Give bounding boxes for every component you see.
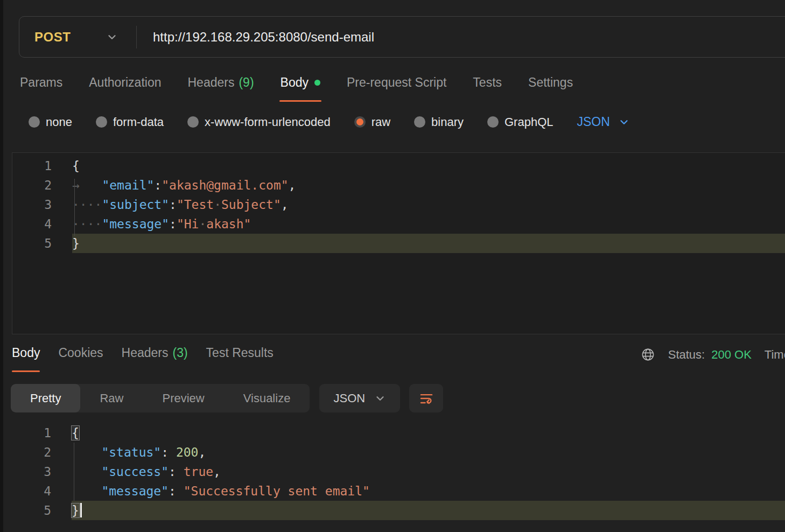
code-line[interactable]: 4 "message": "Successfully sent email" <box>12 481 785 501</box>
code-content[interactable]: ····"subject":"Test·Subject", <box>72 195 785 214</box>
code-token: · <box>199 217 206 231</box>
tab-authorization[interactable]: Authorization <box>89 75 161 108</box>
radio-icon <box>487 116 499 128</box>
radio-icon <box>414 116 425 128</box>
radio-icon <box>29 116 40 128</box>
tab-body[interactable]: Body <box>281 75 320 108</box>
code-line[interactable]: 5} <box>12 234 785 253</box>
response-tab-cookies[interactable]: Cookies <box>58 346 103 375</box>
code-token: "akash@gmail.com" <box>162 178 288 192</box>
code-token <box>72 465 101 479</box>
network-globe-icon[interactable] <box>641 347 655 362</box>
code-token: { <box>72 159 80 173</box>
time-label: Time: <box>765 348 785 362</box>
response-tab-test-results[interactable]: Test Results <box>206 346 274 375</box>
code-token: , <box>281 198 289 212</box>
tab-tests[interactable]: Tests <box>473 75 502 108</box>
code-line[interactable]: 3 "success": true, <box>12 462 785 481</box>
code-line[interactable]: 2 "status": 200, <box>12 443 785 462</box>
status-label: Status: <box>668 348 705 362</box>
radio-icon <box>187 116 199 128</box>
raw-language-selector[interactable]: JSON <box>577 115 630 129</box>
body-type-binary[interactable]: binary <box>414 115 464 129</box>
code-token: : <box>161 445 176 459</box>
body-modified-dot <box>314 80 320 86</box>
code-content[interactable]: } <box>72 501 785 520</box>
response-tab-headers[interactable]: Headers(3) <box>122 346 188 375</box>
code-content[interactable]: "message": "Successfully sent email" <box>72 481 785 501</box>
code-token: "success" <box>101 465 169 479</box>
code-token: : <box>169 465 184 479</box>
code-token <box>72 445 101 459</box>
code-token: → <box>72 178 102 192</box>
code-token: akash" <box>206 217 251 231</box>
code-content[interactable]: ····"message":"Hi·akash" <box>72 214 785 234</box>
code-line[interactable]: 3····"subject":"Test·Subject", <box>12 195 785 214</box>
indent-guide <box>74 443 74 501</box>
active-tab-underline <box>279 100 321 102</box>
code-content[interactable]: { <box>72 156 785 176</box>
line-number: 3 <box>12 462 51 481</box>
line-number: 1 <box>12 156 52 176</box>
view-tab-preview[interactable]: Preview <box>143 384 223 412</box>
code-token: "email" <box>102 178 154 192</box>
active-tab-underline <box>12 370 40 372</box>
body-type-none[interactable]: none <box>29 115 72 129</box>
response-headers-count-badge: (3) <box>172 346 187 360</box>
body-type-row: none form-data x-www-form-urlencoded raw… <box>29 115 630 129</box>
code-line[interactable]: 5} <box>12 501 785 520</box>
code-token: Subject" <box>221 198 281 212</box>
body-type-raw[interactable]: raw <box>354 115 390 129</box>
code-line[interactable]: 2→ "email":"akash@gmail.com", <box>12 176 785 195</box>
headers-count-badge: (9) <box>239 75 254 90</box>
method-label: POST <box>34 30 71 45</box>
code-content[interactable]: } <box>72 234 785 253</box>
line-number: 5 <box>12 234 52 253</box>
chevron-down-icon <box>374 393 386 404</box>
response-tab-body[interactable]: Body <box>12 346 40 375</box>
code-token: "message" <box>102 217 169 231</box>
code-content[interactable]: { <box>72 423 785 443</box>
code-line[interactable]: 1{ <box>12 423 785 443</box>
response-meta: Status: 200 OK Time: <box>641 347 785 362</box>
code-token: true <box>184 465 213 479</box>
request-url-bar: POST http://192.168.29.205:8080/send-ema… <box>19 16 785 58</box>
code-content[interactable]: "status": 200, <box>72 443 785 462</box>
code-token: : <box>169 198 177 212</box>
code-token <box>72 484 101 498</box>
request-body-editor[interactable]: 1{2→ "email":"akash@gmail.com",3····"sub… <box>12 152 785 334</box>
wrap-lines-button[interactable] <box>409 384 443 412</box>
body-type-graphql[interactable]: GraphQL <box>487 115 553 129</box>
indent-guide <box>74 179 75 236</box>
view-tab-pretty[interactable]: Pretty <box>11 384 80 412</box>
tab-settings[interactable]: Settings <box>528 75 573 108</box>
response-tabs: Body Cookies Headers(3) Test Results <box>12 346 274 375</box>
line-number: 1 <box>12 423 51 443</box>
code-content[interactable]: → "email":"akash@gmail.com", <box>72 176 785 195</box>
code-token: "Hi <box>177 217 199 231</box>
view-tab-raw[interactable]: Raw <box>80 384 143 412</box>
code-token: "message" <box>101 484 169 498</box>
tab-params[interactable]: Params <box>20 75 62 108</box>
tab-pre-request-script[interactable]: Pre-request Script <box>347 75 446 108</box>
body-type-x-www-form-urlencoded[interactable]: x-www-form-urlencoded <box>187 115 331 129</box>
body-type-form-data[interactable]: form-data <box>96 115 164 129</box>
view-tab-visualize[interactable]: Visualize <box>224 384 310 412</box>
response-language-selector[interactable]: JSON <box>319 384 400 412</box>
code-line[interactable]: 1{ <box>12 156 785 176</box>
code-token: "status" <box>101 445 161 459</box>
code-token: , <box>289 178 296 192</box>
method-selector[interactable]: POST <box>19 17 136 57</box>
url-input[interactable]: http://192.168.29.205:8080/send-email <box>153 30 374 45</box>
code-token: "Successfully sent email" <box>184 484 370 498</box>
text-cursor <box>80 503 82 517</box>
wrap-text-icon <box>418 390 434 407</box>
chevron-down-icon <box>618 116 630 128</box>
code-token: { <box>72 426 79 440</box>
tab-headers[interactable]: Headers(9) <box>188 75 254 108</box>
code-content[interactable]: "success": true, <box>72 462 785 481</box>
code-token: : <box>154 178 162 192</box>
response-body-editor[interactable]: 1{2 "status": 200,3 "success": true,4 "m… <box>12 421 785 532</box>
code-line[interactable]: 4····"message":"Hi·akash" <box>12 214 785 234</box>
code-token: , <box>198 445 206 459</box>
